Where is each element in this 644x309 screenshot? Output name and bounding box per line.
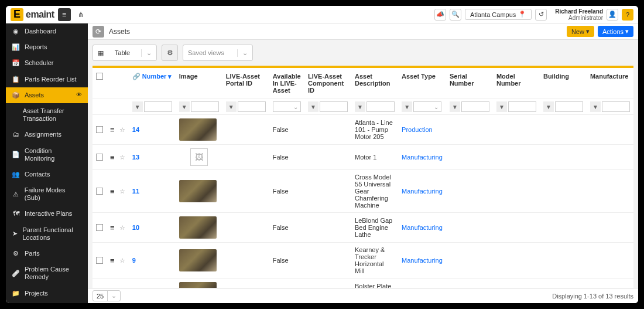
asset-thumbnail[interactable] — [179, 216, 217, 239]
col-available[interactable]: Available In LIVE-Asset — [269, 68, 304, 99]
sidebar-item-problem-cause-remedy[interactable]: 🩹Problem Cause Remedy — [6, 262, 88, 285]
filter-building[interactable]: ▼ — [543, 101, 583, 112]
col-manufacture[interactable]: Manufacture — [587, 68, 633, 99]
filter-number[interactable]: ▼ — [132, 101, 172, 112]
new-button[interactable]: New▾ — [567, 26, 594, 37]
view-mode-select[interactable]: ▦ Table ⌄ — [93, 45, 157, 61]
sidebar-item-reports[interactable]: 📊Reports — [6, 39, 88, 55]
asset-number-link[interactable]: 13 — [132, 154, 139, 161]
sidebar-item-parent-functional-locations[interactable]: ➤Parent Functional Locations — [6, 222, 88, 246]
table-row[interactable]: ≡☆14FalseAtlanta - Line 101 - Pump Motor… — [93, 115, 633, 145]
filter-serial-input[interactable] — [461, 101, 489, 112]
asset-type-link[interactable]: Production — [402, 126, 433, 133]
asset-number-link[interactable]: 9 — [132, 257, 136, 264]
filter-model-input[interactable] — [508, 101, 536, 112]
location-picker[interactable]: Atlanta Campus 📍 — [465, 9, 532, 20]
actions-button[interactable]: Actions▾ — [598, 26, 633, 37]
filter-description[interactable]: ▼ — [355, 101, 395, 112]
filter-portal[interactable]: ▼ — [226, 101, 266, 112]
col-description[interactable]: Asset Description — [351, 68, 398, 99]
filter-component[interactable]: ▼ — [308, 101, 348, 112]
asset-type-link[interactable]: Manufacturing — [402, 188, 443, 195]
sidebar-item-condition-monitoring[interactable]: 📄Condition Monitoring — [6, 143, 88, 167]
sidebar-item-interactive-plans[interactable]: 🗺Interactive Plans — [6, 206, 88, 222]
sidebar-item-projects[interactable]: 📁Projects — [6, 286, 88, 301]
sidebar-item-scheduler[interactable]: 📅Scheduler — [6, 55, 88, 71]
row-checkbox[interactable] — [96, 188, 103, 195]
sidebar-item-assignments[interactable]: 🗂Assignments — [6, 127, 88, 142]
filter-portal-input[interactable] — [238, 101, 266, 112]
filter-serial[interactable]: ▼ — [450, 101, 489, 112]
filter-model[interactable]: ▼ — [496, 101, 536, 112]
row-checkbox[interactable] — [96, 224, 103, 231]
saved-views-select[interactable]: Saved views ⌄ — [183, 45, 253, 61]
filter-description-input[interactable] — [366, 101, 395, 112]
row-menu-icon[interactable]: ≡ — [110, 153, 115, 162]
search-icon[interactable]: 🔍 — [450, 9, 461, 21]
row-menu-icon[interactable]: ≡ — [110, 256, 115, 265]
col-model[interactable]: Model Number — [493, 68, 540, 99]
row-menu-icon[interactable]: ≡ — [110, 223, 115, 232]
filter-type-select[interactable]: ⌄ — [413, 101, 441, 112]
filter-image[interactable]: ▼ — [179, 101, 219, 112]
user-icon[interactable]: 👤 — [607, 9, 618, 21]
table-row[interactable]: ≡☆8FalseBolster Plate – 144" x 54" x 9"M… — [93, 279, 633, 288]
star-icon[interactable]: ☆ — [119, 154, 125, 161]
star-icon[interactable]: ☆ — [119, 224, 125, 232]
asset-number-link[interactable]: 14 — [132, 126, 139, 133]
row-menu-icon[interactable]: ≡ — [110, 125, 115, 134]
table-row[interactable]: ≡☆13🖼FalseMotor 1Manufacturing — [93, 145, 633, 170]
col-portal[interactable]: LIVE-Asset Portal ID — [222, 68, 269, 99]
sitemap-icon[interactable]: ⋔ — [74, 8, 87, 21]
refresh-icon[interactable]: ⟳ — [93, 26, 104, 38]
row-checkbox[interactable] — [96, 154, 103, 161]
filter-available[interactable]: ⌄ — [273, 101, 301, 112]
filter-number-input[interactable] — [144, 101, 172, 112]
col-serial[interactable]: Serial Number — [446, 68, 493, 99]
sidebar-item-assets[interactable]: 📦Assets👁 — [6, 87, 88, 103]
filter-component-input[interactable] — [320, 101, 348, 112]
col-building[interactable]: Building — [540, 68, 587, 99]
col-number[interactable]: 🔗 Number ▾ — [129, 68, 176, 99]
row-checkbox[interactable] — [96, 257, 103, 264]
sidebar-item-asset-transfer-transaction[interactable]: Asset Transfer Transaction — [6, 103, 88, 127]
logo[interactable]: E emaint — [11, 8, 54, 21]
filter-building-input[interactable] — [555, 101, 583, 112]
row-menu-icon[interactable]: ≡ — [110, 187, 115, 196]
asset-type-link[interactable]: Manufacturing — [402, 257, 443, 264]
filter-available-select[interactable]: ⌄ — [273, 101, 301, 112]
star-icon[interactable]: ☆ — [119, 188, 125, 195]
menu-icon[interactable]: ≡ — [58, 8, 71, 21]
star-icon[interactable]: ☆ — [119, 126, 125, 134]
asset-type-link[interactable]: Manufacturing — [402, 154, 443, 161]
filter-image-input[interactable] — [191, 101, 219, 112]
select-all-checkbox[interactable] — [96, 73, 103, 80]
asset-number-link[interactable]: 11 — [132, 188, 139, 195]
asset-thumbnail[interactable] — [179, 118, 217, 141]
col-component[interactable]: LIVE-Asset Component ID — [304, 68, 351, 99]
sidebar-item-parts-reorder-list[interactable]: 📋Parts Reorder List — [6, 72, 88, 87]
sidebar-item-purchase-order[interactable]: 🛒Purchase Order — [6, 301, 88, 303]
settings-button[interactable]: ⚙ — [162, 45, 178, 61]
sidebar-item-contacts[interactable]: 👥Contacts — [6, 167, 88, 182]
sidebar-item-dashboard[interactable]: ◉Dashboard — [6, 23, 88, 39]
history-icon[interactable]: ↺ — [535, 9, 547, 21]
col-image[interactable]: Image — [176, 68, 222, 99]
asset-thumbnail[interactable] — [179, 282, 217, 288]
col-type[interactable]: Asset Type — [398, 68, 446, 99]
help-button[interactable]: ? — [622, 9, 633, 21]
filter-type[interactable]: ▼⌄ — [402, 101, 443, 112]
sidebar-item-parts[interactable]: ⚙Parts — [6, 246, 88, 262]
table-row[interactable]: ≡☆10FalseLeBlond Gap Bed Engine LatheMan… — [93, 213, 633, 243]
asset-number-link[interactable]: 10 — [132, 224, 139, 231]
table-row[interactable]: ≡☆11FalseCross Model 55 Universal Gear C… — [93, 170, 633, 213]
asset-thumbnail[interactable] — [179, 249, 217, 271]
sidebar-item-failure-modes-sub-[interactable]: ⚠Failure Modes (Sub) — [6, 182, 88, 206]
filter-manufacture[interactable]: ▼ — [590, 101, 630, 112]
page-size-select[interactable]: 25 ⌄ — [93, 290, 121, 301]
filter-manufacture-input[interactable] — [602, 101, 630, 112]
star-icon[interactable]: ☆ — [119, 257, 125, 264]
user-block[interactable]: Richard Freeland Administrator — [555, 8, 603, 21]
announce-icon[interactable]: 📣 — [434, 9, 446, 21]
asset-type-link[interactable]: Manufacturing — [402, 224, 443, 231]
